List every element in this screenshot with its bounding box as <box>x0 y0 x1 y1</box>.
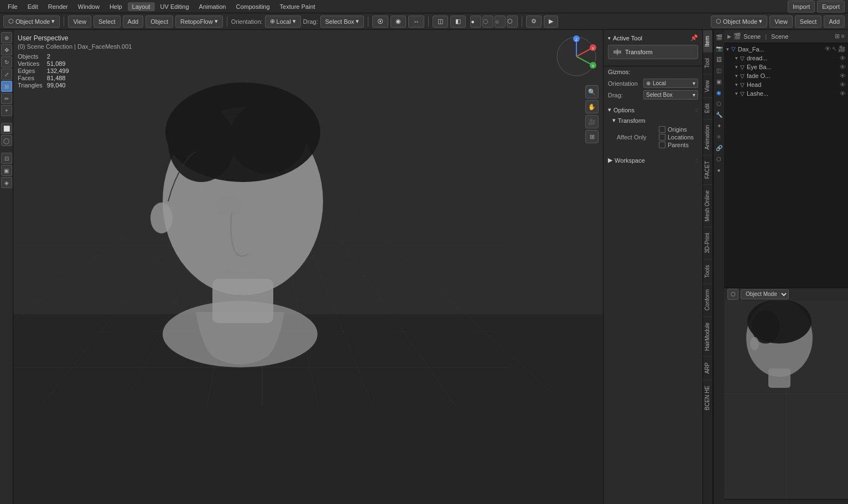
scene-props-btn[interactable]: ▣ <box>714 76 724 86</box>
search-overlay-btn[interactable]: 🔍 <box>585 85 599 98</box>
active-tool-header[interactable]: ▾ Active Tool 📌 <box>604 32 703 44</box>
retopoflow-btn[interactable]: RetopoFlow ▾ <box>175 15 223 28</box>
dread-eye-icon[interactable]: 👁 <box>840 55 846 61</box>
tab-conform[interactable]: Conform <box>703 283 712 316</box>
camera-overlay-btn[interactable]: 🎥 <box>585 115 599 128</box>
outliner-item-lashe[interactable]: ▾ ▽ Lashe... 👁 <box>724 89 848 98</box>
hand-overlay-btn[interactable]: ✋ <box>585 100 599 113</box>
head-eye-icon[interactable]: 👁 <box>840 81 846 88</box>
modifier-props-btn[interactable]: 🔧 <box>714 110 724 119</box>
tab-bcen[interactable]: BCEN HE <box>703 380 712 415</box>
menu-layout[interactable]: Layout <box>128 2 155 11</box>
scale-tool[interactable]: ⤢ <box>1 69 12 80</box>
lashe-eye-icon[interactable]: 👁 <box>840 90 846 97</box>
tab-tools[interactable]: Tools <box>703 259 712 283</box>
menu-texture[interactable]: Texture Paint <box>275 2 320 11</box>
proportional-btn[interactable]: ◉ <box>391 15 406 28</box>
second-3d-viewport[interactable]: ⬡ Object Mode <box>724 288 848 500</box>
menu-animation[interactable]: Animation <box>195 2 231 11</box>
nav-gizmo[interactable]: Z Y X <box>554 34 599 79</box>
outliner-filter-btn[interactable]: ⊞ <box>835 33 840 40</box>
vp2-add-btn[interactable]: Add <box>824 15 845 28</box>
menu-file[interactable]: File <box>3 2 22 11</box>
scene-icon-btn[interactable]: 🎬 <box>714 32 724 42</box>
fade-eye-icon[interactable]: 👁 <box>840 72 846 79</box>
transform-btn-main[interactable]: Transform <box>608 45 698 59</box>
vp2-view-btn[interactable]: View <box>769 15 793 28</box>
particles-btn[interactable]: ✦ <box>714 121 724 131</box>
outliner-item-fade[interactable]: ▾ ▽ fade O... 👁 <box>724 71 848 80</box>
options-header[interactable]: ▾ Options :: <box>608 106 698 113</box>
menu-window[interactable]: Window <box>74 2 104 11</box>
tab-tool[interactable]: Tool <box>703 52 712 74</box>
extra-tool-1[interactable]: ⊡ <box>1 153 12 164</box>
constraints-btn[interactable]: 🔗 <box>714 143 724 153</box>
transform-tool active[interactable]: ⊞ <box>1 81 12 92</box>
physics-btn[interactable]: ⚛ <box>714 132 724 142</box>
tab-item[interactable]: Item <box>703 30 712 52</box>
solid-btn[interactable]: ● <box>470 15 481 28</box>
transform-sub-header[interactable]: ▾ Transform <box>612 117 698 124</box>
render-btn[interactable]: ▶ <box>544 15 558 28</box>
cursor-tool[interactable]: ⊕ <box>1 32 12 43</box>
orientation-dropdown[interactable]: ⊕ Local ▾ <box>265 15 301 28</box>
vp2-select-btn[interactable]: Select <box>795 15 822 28</box>
outliner-item-dread[interactable]: ▾ ▽ dread... 👁 <box>724 54 848 63</box>
wireframe-btn[interactable]: ⬡ <box>507 15 518 28</box>
view-menu-btn[interactable]: View <box>68 15 91 28</box>
snap-btn[interactable]: ⦿ <box>372 15 388 28</box>
outliner-item-head[interactable]: ▾ ▽ Head 👁 <box>724 80 848 89</box>
tab-edit[interactable]: Edit <box>703 97 712 118</box>
tab-view[interactable]: View <box>703 74 712 98</box>
move-tool[interactable]: ✥ <box>1 44 12 55</box>
outliner-item-eyeba[interactable]: ▾ ▽ Eye Ba... 👁 <box>724 63 848 71</box>
editor-type-btn[interactable]: ⬡ Object Mode ▾ <box>711 15 767 28</box>
rotate-tool[interactable]: ↻ <box>1 56 12 67</box>
extra-tool-3[interactable]: ◈ <box>1 177 12 188</box>
output-icon-btn[interactable]: 🖼 <box>714 54 724 64</box>
vp2-type-btn[interactable]: ⬡ <box>727 289 738 300</box>
dax-eye-icon[interactable]: 👁 <box>825 45 831 53</box>
import-btn[interactable]: Import <box>788 1 815 13</box>
world-props-btn[interactable]: ◉ <box>714 87 724 97</box>
dax-cursor-icon[interactable]: ↖ <box>832 45 837 53</box>
tab-3d-print[interactable]: 3D-Print <box>703 227 712 259</box>
locations-checkbox[interactable] <box>659 134 665 141</box>
box-select-tool[interactable]: ⬜ <box>1 123 12 134</box>
object-props-btn[interactable]: ⬡ <box>714 98 724 108</box>
orientation-select[interactable]: ⊕ Local ▾ <box>643 79 698 88</box>
annotate-tool[interactable]: ✏ <box>1 93 12 104</box>
grid-overlay-btn[interactable]: ⊞ <box>585 130 599 143</box>
vp2-mode-select[interactable]: Object Mode <box>741 289 789 299</box>
rendered-btn[interactable]: ○ <box>495 15 506 28</box>
xray-btn[interactable]: ◧ <box>450 15 466 28</box>
export-btn[interactable]: Export <box>817 1 845 13</box>
material-btn[interactable]: ◌ <box>482 15 493 28</box>
add-menu-btn[interactable]: Add <box>123 15 144 28</box>
object-mode-dropdown[interactable]: ⬡ Object Mode ▾ <box>3 15 60 28</box>
eyeba-eye-icon[interactable]: 👁 <box>840 64 846 70</box>
drag-select[interactable]: Select Box ▾ <box>643 90 698 100</box>
render-props-btn[interactable]: ⚙ <box>526 15 542 28</box>
measure-tool[interactable]: ⌖ <box>1 105 12 116</box>
outliner-sort-btn[interactable]: ≡ <box>841 33 845 40</box>
menu-render[interactable]: Render <box>44 2 72 11</box>
object-menu-btn[interactable]: Object <box>145 15 173 28</box>
tab-facet[interactable]: FACET <box>703 155 712 184</box>
material-btn-prop[interactable]: ● <box>714 165 724 175</box>
view-layer-btn[interactable]: ◫ <box>714 65 724 75</box>
render-icon-btn[interactable]: 📷 <box>714 43 724 53</box>
transform-btn[interactable]: ↔ <box>408 15 424 28</box>
dax-camera-icon[interactable]: 🎥 <box>838 45 846 53</box>
menu-help[interactable]: Help <box>105 2 127 11</box>
viewport-3d[interactable]: User Perspective (0) Scene Collection | … <box>13 30 603 504</box>
outliner-item-dax[interactable]: ▾ ▽ Dax_Fa... 👁 ↖ 🎥 <box>724 44 848 54</box>
drag-dropdown[interactable]: Select Box ▾ <box>320 15 365 28</box>
menu-compositing[interactable]: Compositing <box>231 2 274 11</box>
origins-checkbox[interactable] <box>659 126 665 133</box>
tab-hair-module[interactable]: HairModule <box>703 316 712 356</box>
workspace-header[interactable]: ▶ Workspace :: <box>608 157 698 164</box>
select-menu-btn[interactable]: Select <box>93 15 121 28</box>
data-btn[interactable]: ⬡ <box>714 154 724 164</box>
workspace-more[interactable]: :: <box>695 158 698 163</box>
